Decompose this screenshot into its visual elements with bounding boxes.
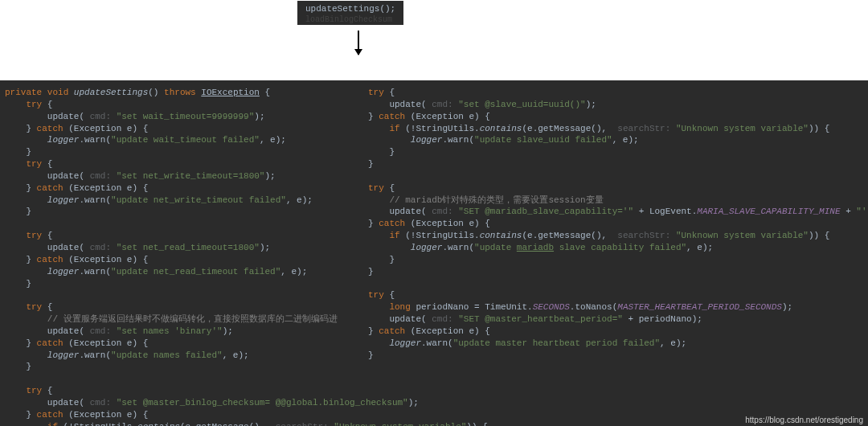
arrow-down-icon (358, 31, 359, 55)
code-column-right: try { update( cmd: "set @slave_uuid=uuid… (363, 80, 868, 426)
snippet-line-2: loadBinlogChecksum (305, 14, 395, 25)
code-column-left: private void updateSettings() throws IOE… (0, 80, 363, 426)
watermark: https://blog.csdn.net/orestigeding (745, 416, 863, 424)
top-code-snippet: updateSettings(); loadBinlogChecksum (297, 1, 403, 25)
snippet-line-1: updateSettings(); (305, 3, 395, 14)
code-panel: private void updateSettings() throws IOE… (0, 80, 868, 426)
